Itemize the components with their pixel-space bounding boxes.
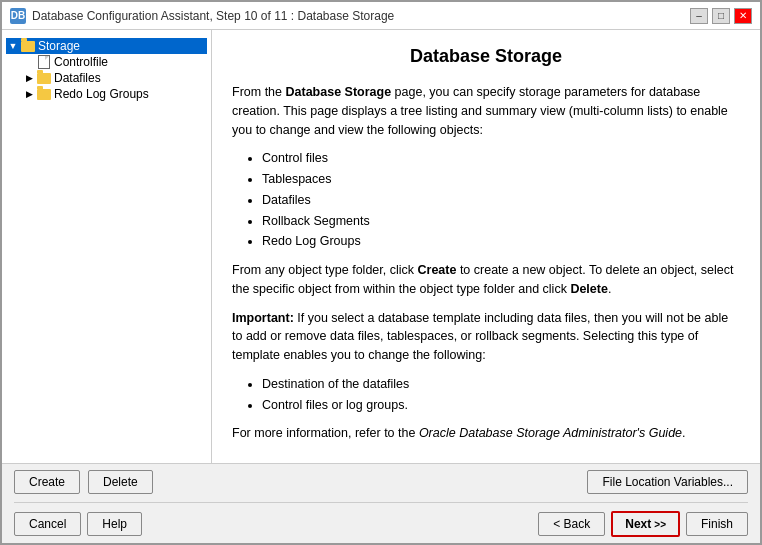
- para1-bold: Database Storage: [286, 85, 392, 99]
- para2-bold2: Delete: [570, 282, 608, 296]
- app-icon-text: DB: [11, 10, 25, 21]
- next-button[interactable]: Next >>: [611, 511, 680, 537]
- folder-icon-redolog: [36, 87, 52, 101]
- create-delete-group: Create Delete: [14, 470, 153, 494]
- next-arrow: >>: [654, 519, 666, 530]
- para4-suffix: .: [682, 426, 685, 440]
- sidebar-item-storage[interactable]: ▼ Storage: [6, 38, 207, 54]
- content-body: From the Database Storage page, you can …: [232, 83, 740, 443]
- nav-row: Cancel Help < Back Next >> Finish: [14, 511, 748, 537]
- para2-bold1: Create: [418, 263, 457, 277]
- para4-italic: Oracle Database Storage Administrator's …: [419, 426, 682, 440]
- expander-datafiles: ▶: [24, 71, 34, 85]
- cancel-button[interactable]: Cancel: [14, 512, 81, 536]
- list1-item-1: Control files: [262, 149, 740, 168]
- window-title: Database Configuration Assistant, Step 1…: [32, 9, 394, 23]
- sidebar-label-storage: Storage: [38, 39, 80, 53]
- list2: Destination of the datafiles Control fil…: [262, 375, 740, 415]
- title-bar: DB Database Configuration Assistant, Ste…: [2, 2, 760, 30]
- nav-left: Cancel Help: [14, 512, 142, 536]
- sidebar-item-datafiles[interactable]: ▶ Datafiles: [22, 70, 207, 86]
- para2-mid: to create a new object. To delete an obj…: [232, 263, 733, 296]
- finish-button[interactable]: Finish: [686, 512, 748, 536]
- para3-bold: Important:: [232, 311, 294, 325]
- expander-redolog: ▶: [24, 87, 34, 101]
- para1: From the Database Storage page, you can …: [232, 83, 740, 139]
- list1-item-4: Rollback Segments: [262, 212, 740, 231]
- title-bar-left: DB Database Configuration Assistant, Ste…: [10, 8, 394, 24]
- list1: Control files Tablespaces Datafiles Roll…: [262, 149, 740, 251]
- action-row: Create Delete File Location Variables...: [14, 470, 748, 494]
- separator: [14, 502, 748, 503]
- minimize-button[interactable]: –: [690, 8, 708, 24]
- sidebar-label-redolog: Redo Log Groups: [54, 87, 149, 101]
- main-content: ▼ Storage Controlfile ▶: [2, 30, 760, 463]
- para3: Important: If you select a database temp…: [232, 309, 740, 365]
- list2-item-1: Destination of the datafiles: [262, 375, 740, 394]
- file-icon-controlfile: [36, 55, 52, 69]
- expander-storage: ▼: [8, 39, 18, 53]
- maximize-button[interactable]: □: [712, 8, 730, 24]
- next-label: Next: [625, 517, 651, 531]
- sidebar-label-datafiles: Datafiles: [54, 71, 101, 85]
- sidebar-tree-children: Controlfile ▶ Datafiles ▶ Redo Log G: [6, 54, 207, 102]
- close-button[interactable]: ✕: [734, 8, 752, 24]
- list2-item-2: Control files or log groups.: [262, 396, 740, 415]
- app-icon: DB: [10, 8, 26, 24]
- para2: From any object type folder, click Creat…: [232, 261, 740, 299]
- create-button[interactable]: Create: [14, 470, 80, 494]
- list1-item-3: Datafiles: [262, 191, 740, 210]
- content-area: Database Storage From the Database Stora…: [212, 30, 760, 463]
- list1-item-5: Redo Log Groups: [262, 232, 740, 251]
- content-title: Database Storage: [232, 46, 740, 67]
- expander-controlfile: [24, 55, 34, 69]
- sidebar-item-redolog[interactable]: ▶ Redo Log Groups: [22, 86, 207, 102]
- folder-icon-datafiles: [36, 71, 52, 85]
- para2-suffix: .: [608, 282, 611, 296]
- nav-right: < Back Next >> Finish: [538, 511, 748, 537]
- folder-icon-storage: [20, 39, 36, 53]
- delete-button[interactable]: Delete: [88, 470, 153, 494]
- sidebar: ▼ Storage Controlfile ▶: [2, 30, 212, 463]
- title-controls: – □ ✕: [690, 8, 752, 24]
- sidebar-item-controlfile[interactable]: Controlfile: [22, 54, 207, 70]
- bottom-bar: Create Delete File Location Variables...…: [2, 463, 760, 543]
- file-location-button[interactable]: File Location Variables...: [587, 470, 748, 494]
- list1-item-2: Tablespaces: [262, 170, 740, 189]
- para4: For more information, refer to the Oracl…: [232, 424, 740, 443]
- back-button[interactable]: < Back: [538, 512, 605, 536]
- main-window: DB Database Configuration Assistant, Ste…: [0, 0, 762, 545]
- para3-text: If you select a database template includ…: [232, 311, 728, 363]
- help-button[interactable]: Help: [87, 512, 142, 536]
- sidebar-label-controlfile: Controlfile: [54, 55, 108, 69]
